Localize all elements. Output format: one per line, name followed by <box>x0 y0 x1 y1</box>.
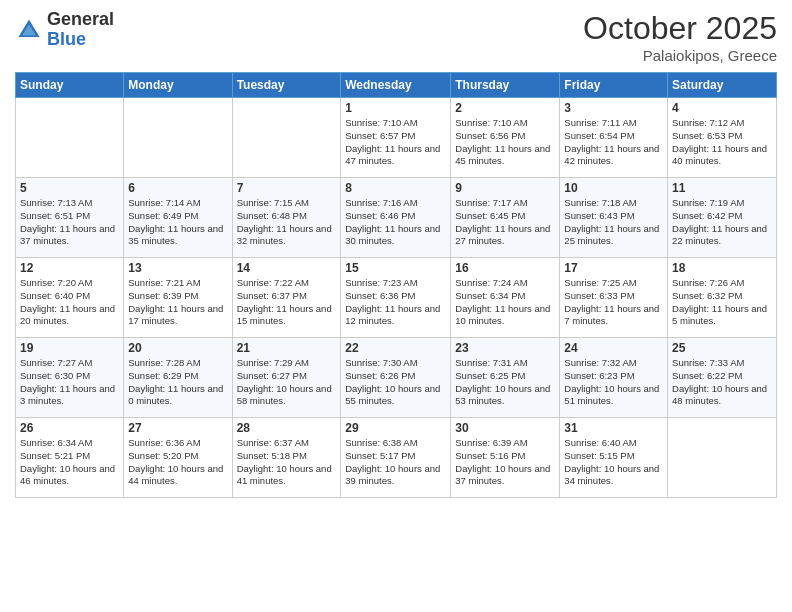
day-number: 3 <box>564 101 663 115</box>
table-row: 2Sunrise: 7:10 AMSunset: 6:56 PMDaylight… <box>451 98 560 178</box>
table-row: 29Sunrise: 6:38 AMSunset: 5:17 PMDayligh… <box>341 418 451 498</box>
day-info: Sunrise: 7:13 AMSunset: 6:51 PMDaylight:… <box>20 197 115 246</box>
day-number: 15 <box>345 261 446 275</box>
day-number: 14 <box>237 261 337 275</box>
table-row: 14Sunrise: 7:22 AMSunset: 6:37 PMDayligh… <box>232 258 341 338</box>
calendar-week-row: 1Sunrise: 7:10 AMSunset: 6:57 PMDaylight… <box>16 98 777 178</box>
day-number: 12 <box>20 261 119 275</box>
day-number: 9 <box>455 181 555 195</box>
table-row <box>124 98 232 178</box>
day-info: Sunrise: 7:22 AMSunset: 6:37 PMDaylight:… <box>237 277 332 326</box>
day-number: 1 <box>345 101 446 115</box>
table-row: 27Sunrise: 6:36 AMSunset: 5:20 PMDayligh… <box>124 418 232 498</box>
day-number: 11 <box>672 181 772 195</box>
day-info: Sunrise: 7:33 AMSunset: 6:22 PMDaylight:… <box>672 357 767 406</box>
day-number: 25 <box>672 341 772 355</box>
day-info: Sunrise: 7:28 AMSunset: 6:29 PMDaylight:… <box>128 357 223 406</box>
table-row: 8Sunrise: 7:16 AMSunset: 6:46 PMDaylight… <box>341 178 451 258</box>
table-row: 31Sunrise: 6:40 AMSunset: 5:15 PMDayligh… <box>560 418 668 498</box>
day-info: Sunrise: 6:40 AMSunset: 5:15 PMDaylight:… <box>564 437 659 486</box>
table-row: 10Sunrise: 7:18 AMSunset: 6:43 PMDayligh… <box>560 178 668 258</box>
calendar-week-row: 5Sunrise: 7:13 AMSunset: 6:51 PMDaylight… <box>16 178 777 258</box>
header: General Blue October 2025 Palaiokipos, G… <box>15 10 777 64</box>
day-number: 27 <box>128 421 227 435</box>
table-row: 15Sunrise: 7:23 AMSunset: 6:36 PMDayligh… <box>341 258 451 338</box>
day-info: Sunrise: 6:36 AMSunset: 5:20 PMDaylight:… <box>128 437 223 486</box>
table-row: 25Sunrise: 7:33 AMSunset: 6:22 PMDayligh… <box>668 338 777 418</box>
table-row: 4Sunrise: 7:12 AMSunset: 6:53 PMDaylight… <box>668 98 777 178</box>
table-row: 21Sunrise: 7:29 AMSunset: 6:27 PMDayligh… <box>232 338 341 418</box>
day-number: 21 <box>237 341 337 355</box>
day-number: 31 <box>564 421 663 435</box>
table-row: 7Sunrise: 7:15 AMSunset: 6:48 PMDaylight… <box>232 178 341 258</box>
col-thursday: Thursday <box>451 73 560 98</box>
day-number: 6 <box>128 181 227 195</box>
table-row: 20Sunrise: 7:28 AMSunset: 6:29 PMDayligh… <box>124 338 232 418</box>
day-info: Sunrise: 7:15 AMSunset: 6:48 PMDaylight:… <box>237 197 332 246</box>
day-number: 24 <box>564 341 663 355</box>
day-info: Sunrise: 7:10 AMSunset: 6:57 PMDaylight:… <box>345 117 440 166</box>
day-info: Sunrise: 7:27 AMSunset: 6:30 PMDaylight:… <box>20 357 115 406</box>
day-number: 8 <box>345 181 446 195</box>
day-number: 16 <box>455 261 555 275</box>
col-friday: Friday <box>560 73 668 98</box>
day-info: Sunrise: 7:31 AMSunset: 6:25 PMDaylight:… <box>455 357 550 406</box>
logo-text: General Blue <box>47 10 114 50</box>
day-info: Sunrise: 7:11 AMSunset: 6:54 PMDaylight:… <box>564 117 659 166</box>
day-number: 28 <box>237 421 337 435</box>
col-tuesday: Tuesday <box>232 73 341 98</box>
day-number: 2 <box>455 101 555 115</box>
logo: General Blue <box>15 10 114 50</box>
day-number: 26 <box>20 421 119 435</box>
table-row: 11Sunrise: 7:19 AMSunset: 6:42 PMDayligh… <box>668 178 777 258</box>
table-row: 18Sunrise: 7:26 AMSunset: 6:32 PMDayligh… <box>668 258 777 338</box>
title-block: October 2025 Palaiokipos, Greece <box>583 10 777 64</box>
day-info: Sunrise: 7:23 AMSunset: 6:36 PMDaylight:… <box>345 277 440 326</box>
location: Palaiokipos, Greece <box>583 47 777 64</box>
page: General Blue October 2025 Palaiokipos, G… <box>0 0 792 612</box>
table-row: 6Sunrise: 7:14 AMSunset: 6:49 PMDaylight… <box>124 178 232 258</box>
table-row: 13Sunrise: 7:21 AMSunset: 6:39 PMDayligh… <box>124 258 232 338</box>
day-number: 5 <box>20 181 119 195</box>
day-info: Sunrise: 7:14 AMSunset: 6:49 PMDaylight:… <box>128 197 223 246</box>
col-monday: Monday <box>124 73 232 98</box>
day-info: Sunrise: 7:26 AMSunset: 6:32 PMDaylight:… <box>672 277 767 326</box>
day-number: 20 <box>128 341 227 355</box>
day-info: Sunrise: 7:20 AMSunset: 6:40 PMDaylight:… <box>20 277 115 326</box>
table-row: 26Sunrise: 6:34 AMSunset: 5:21 PMDayligh… <box>16 418 124 498</box>
day-info: Sunrise: 7:25 AMSunset: 6:33 PMDaylight:… <box>564 277 659 326</box>
table-row <box>16 98 124 178</box>
day-number: 23 <box>455 341 555 355</box>
day-number: 4 <box>672 101 772 115</box>
day-info: Sunrise: 7:29 AMSunset: 6:27 PMDaylight:… <box>237 357 332 406</box>
day-number: 30 <box>455 421 555 435</box>
day-info: Sunrise: 7:24 AMSunset: 6:34 PMDaylight:… <box>455 277 550 326</box>
table-row: 16Sunrise: 7:24 AMSunset: 6:34 PMDayligh… <box>451 258 560 338</box>
day-number: 17 <box>564 261 663 275</box>
day-info: Sunrise: 7:18 AMSunset: 6:43 PMDaylight:… <box>564 197 659 246</box>
table-row: 28Sunrise: 6:37 AMSunset: 5:18 PMDayligh… <box>232 418 341 498</box>
day-number: 7 <box>237 181 337 195</box>
day-number: 18 <box>672 261 772 275</box>
day-info: Sunrise: 7:30 AMSunset: 6:26 PMDaylight:… <box>345 357 440 406</box>
day-number: 22 <box>345 341 446 355</box>
table-row: 19Sunrise: 7:27 AMSunset: 6:30 PMDayligh… <box>16 338 124 418</box>
day-info: Sunrise: 7:17 AMSunset: 6:45 PMDaylight:… <box>455 197 550 246</box>
calendar-header-row: Sunday Monday Tuesday Wednesday Thursday… <box>16 73 777 98</box>
day-number: 13 <box>128 261 227 275</box>
col-wednesday: Wednesday <box>341 73 451 98</box>
day-number: 10 <box>564 181 663 195</box>
table-row: 5Sunrise: 7:13 AMSunset: 6:51 PMDaylight… <box>16 178 124 258</box>
table-row: 1Sunrise: 7:10 AMSunset: 6:57 PMDaylight… <box>341 98 451 178</box>
table-row: 17Sunrise: 7:25 AMSunset: 6:33 PMDayligh… <box>560 258 668 338</box>
calendar-week-row: 12Sunrise: 7:20 AMSunset: 6:40 PMDayligh… <box>16 258 777 338</box>
day-number: 29 <box>345 421 446 435</box>
day-info: Sunrise: 7:21 AMSunset: 6:39 PMDaylight:… <box>128 277 223 326</box>
day-info: Sunrise: 6:38 AMSunset: 5:17 PMDaylight:… <box>345 437 440 486</box>
calendar-week-row: 19Sunrise: 7:27 AMSunset: 6:30 PMDayligh… <box>16 338 777 418</box>
table-row: 23Sunrise: 7:31 AMSunset: 6:25 PMDayligh… <box>451 338 560 418</box>
day-info: Sunrise: 6:37 AMSunset: 5:18 PMDaylight:… <box>237 437 332 486</box>
table-row: 22Sunrise: 7:30 AMSunset: 6:26 PMDayligh… <box>341 338 451 418</box>
day-info: Sunrise: 7:12 AMSunset: 6:53 PMDaylight:… <box>672 117 767 166</box>
calendar-week-row: 26Sunrise: 6:34 AMSunset: 5:21 PMDayligh… <box>16 418 777 498</box>
